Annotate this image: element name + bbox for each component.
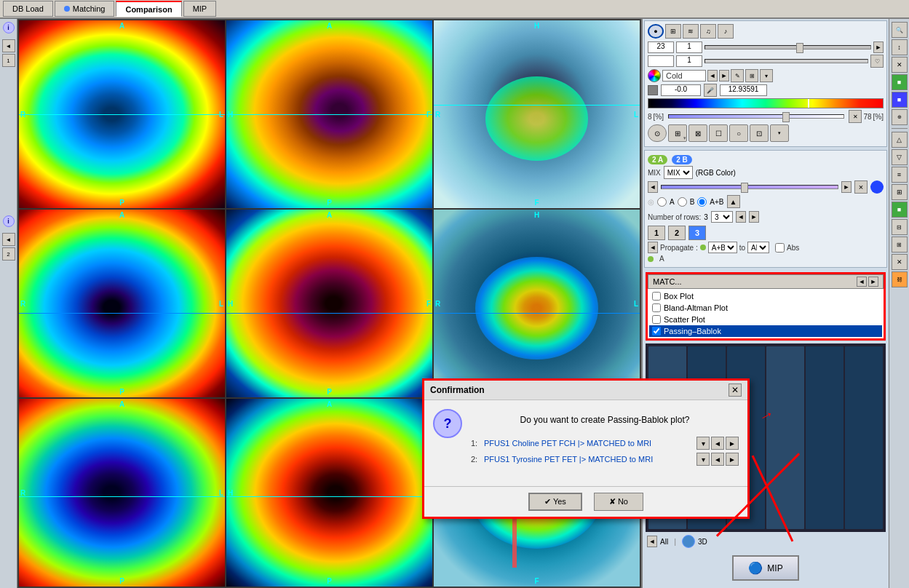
no-button[interactable]: ✘ No [594, 493, 643, 511]
three-d-icon[interactable] [682, 535, 695, 548]
colormap-arrow-left[interactable]: ◄ [707, 70, 718, 82]
fr-btn-6[interactable]: ▽ [892, 149, 908, 165]
dialog-row-1-dropdown[interactable]: ▾ [696, 437, 710, 450]
abs-checkbox[interactable] [775, 243, 785, 253]
mix-arrow-left[interactable]: ◄ [648, 181, 658, 193]
left-tool-1[interactable]: ◄ [2, 39, 15, 52]
left-tool-3[interactable]: ◄ [2, 233, 15, 246]
fr-btn-2[interactable]: ↕ [892, 39, 908, 55]
dropdown-item-scatter-plot[interactable]: Scatter Plot [649, 314, 882, 325]
colormap-more-icon[interactable]: ▾ [760, 69, 773, 82]
info-btn-1[interactable]: i [3, 22, 15, 33]
fr-btn-4[interactable]: ⊕ [892, 109, 908, 125]
fr-btn-11[interactable]: ✕ [892, 254, 908, 270]
image-cell-2-1[interactable]: A R L P [18, 209, 226, 398]
checkbox-scatter-plot[interactable] [652, 315, 661, 324]
radio-more-btn[interactable]: ▲ [727, 195, 740, 208]
viewer-btn-6[interactable]: ⊡ [750, 124, 769, 142]
image-cell-2-3[interactable]: H R L F [433, 209, 640, 398]
num-input-3[interactable] [648, 55, 674, 67]
image-cell-3-1[interactable]: A R L P [18, 398, 226, 587]
mix-arrow-right[interactable]: ► [841, 181, 852, 193]
radio-a[interactable] [657, 197, 667, 207]
rp-icon-wave[interactable]: ≋ [683, 24, 699, 39]
rows-arrow-right[interactable]: ► [749, 211, 759, 223]
slider-2[interactable] [704, 59, 868, 63]
match-arrow-left[interactable]: ◄ [857, 277, 867, 287]
num-input-1[interactable]: 23 [648, 41, 674, 53]
prop-select-all[interactable]: All [747, 242, 769, 253]
dialog-row-1-right[interactable]: ► [726, 437, 739, 450]
rp-icon-music[interactable]: ♫ [700, 24, 716, 39]
num-input-2[interactable]: 1 [676, 41, 702, 53]
max-val-input[interactable]: 12.93591 [720, 84, 767, 96]
radio-b[interactable] [678, 197, 687, 207]
rows-arrow-left[interactable]: ◄ [736, 211, 746, 223]
rp-icon-circle[interactable]: ● [648, 24, 664, 39]
tab-mip[interactable]: MIP [183, 1, 217, 17]
fr-btn-10[interactable]: ⊞ [892, 237, 908, 253]
mix-select[interactable]: MIX [664, 166, 693, 179]
dropdown-item-bland-altman[interactable]: Bland-Altman Plot [649, 302, 882, 314]
image-cell-1-1[interactable]: A R L P [18, 20, 226, 209]
mix-slider[interactable] [661, 185, 838, 189]
rp-icon-grid[interactable]: ⊞ [665, 24, 681, 39]
fr-btn-1[interactable]: 🔍 [892, 22, 908, 38]
all-arrow[interactable]: ◄ [647, 536, 657, 547]
min-val-input[interactable]: -0.0 [661, 84, 701, 96]
fr-btn-chain[interactable]: ⛓ [892, 271, 908, 287]
fr-btn-5[interactable]: △ [892, 132, 908, 148]
fr-btn-9[interactable]: ⊟ [892, 219, 908, 235]
dialog-row-1-left[interactable]: ◄ [711, 437, 724, 450]
dropdown-item-passing-bablok[interactable]: Passing–Bablok [649, 325, 882, 337]
arrow-right-1[interactable]: ► [873, 41, 884, 53]
mip-bottom-button[interactable]: 🔵 MIP [732, 555, 798, 581]
viewer-btn-2[interactable]: ⊞▾ [668, 124, 687, 142]
num-input-4[interactable]: 1 [676, 55, 702, 67]
slider-1[interactable] [704, 45, 871, 49]
viewer-btn-7[interactable]: ▾ [770, 124, 789, 142]
dialog-row-2-right[interactable]: ► [726, 453, 739, 466]
fr-btn-8[interactable]: ⊞ [892, 184, 908, 200]
left-tool-2[interactable]: 1 [2, 54, 15, 67]
fr-btn-blue[interactable]: ■ [892, 92, 908, 108]
left-tool-4[interactable]: 2 [2, 247, 15, 261]
dialog-row-2-left[interactable]: ◄ [711, 453, 724, 466]
pct-slider-thumb[interactable] [782, 112, 790, 122]
image-cell-2-2[interactable]: A H F P [226, 209, 433, 398]
colormap-copy-icon[interactable]: ⊞ [745, 69, 758, 82]
colormap-name[interactable]: Cold [662, 70, 706, 82]
colormap-edit-icon[interactable]: ✎ [731, 69, 744, 82]
fr-btn-3[interactable]: ✕ [892, 57, 908, 73]
dropdown-item-box-plot[interactable]: Box Plot [649, 290, 882, 302]
info-btn-2[interactable]: i [3, 215, 15, 227]
row-btn-2[interactable]: 2 [668, 226, 686, 240]
checkbox-bland-altman[interactable] [652, 303, 661, 312]
row-btn-3[interactable]: 3 [688, 226, 706, 240]
color-gradient-bar[interactable] [648, 98, 884, 108]
dialog-close-btn[interactable]: ✕ [729, 384, 742, 397]
checkbox-passing-bablok[interactable] [652, 327, 661, 335]
dialog-row-2-dropdown[interactable]: ▾ [696, 453, 710, 466]
mix-reset-btn[interactable]: × [854, 180, 868, 194]
rp-icon-note[interactable]: ♪ [718, 24, 734, 39]
colormap-arrow-right[interactable]: ► [719, 70, 729, 82]
image-cell-1-3[interactable]: H R L F [433, 20, 640, 209]
fr-btn-green[interactable]: ■ [892, 74, 908, 90]
viewer-btn-1[interactable]: ⊙ [648, 124, 667, 142]
radio-apb[interactable] [697, 197, 707, 207]
match-dropdown-header[interactable]: MATC... ◄ ► [648, 274, 884, 289]
fr-btn-green-2[interactable]: ■ [892, 202, 908, 218]
rows-select[interactable]: 312 [711, 211, 733, 223]
prop-arrow[interactable]: ◄ [648, 242, 658, 253]
pct-close-icon[interactable]: ✕ [849, 110, 862, 123]
row-btn-1[interactable]: 1 [648, 226, 665, 240]
yes-button[interactable]: ✔ Yes [528, 493, 582, 511]
mic-icon[interactable]: 🎤 [704, 84, 717, 97]
heart-icon[interactable]: ♡ [870, 55, 884, 68]
tab-db-load[interactable]: DB Load [3, 1, 53, 17]
mix-slider-thumb[interactable] [741, 183, 748, 193]
match-arrow-right[interactable]: ► [868, 277, 878, 287]
image-cell-3-2[interactable]: A H F P [226, 398, 433, 587]
prop-select-ab[interactable]: A+B [708, 242, 737, 253]
